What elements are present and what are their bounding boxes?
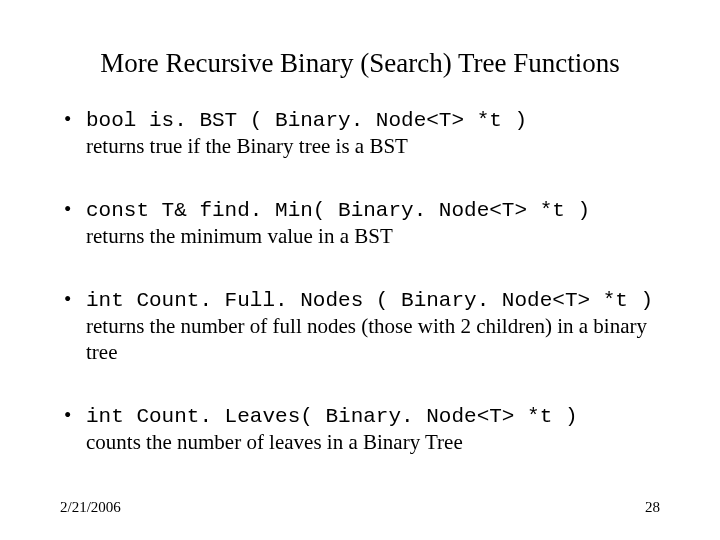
bullet-list: bool is. BST ( Binary. Node<T> *t ) retu… xyxy=(60,107,660,455)
slide: More Recursive Binary (Search) Tree Func… xyxy=(0,0,720,540)
slide-footer: 2/21/2006 28 xyxy=(60,499,660,516)
description-text: counts the number of leaves in a Binary … xyxy=(86,430,660,456)
description-text: returns true if the Binary tree is a BST xyxy=(86,134,660,160)
list-item: const T& find. Min( Binary. Node<T> *t )… xyxy=(64,197,660,249)
code-signature: int Count. Leaves( Binary. Node<T> *t ) xyxy=(86,405,577,428)
list-item: bool is. BST ( Binary. Node<T> *t ) retu… xyxy=(64,107,660,159)
code-signature: int Count. Full. Nodes ( Binary. Node<T>… xyxy=(86,289,653,312)
code-signature: const T& find. Min( Binary. Node<T> *t ) xyxy=(86,199,590,222)
list-item: int Count. Leaves( Binary. Node<T> *t ) … xyxy=(64,403,660,455)
footer-date: 2/21/2006 xyxy=(60,499,121,516)
code-signature: bool is. BST ( Binary. Node<T> *t ) xyxy=(86,109,527,132)
list-item: int Count. Full. Nodes ( Binary. Node<T>… xyxy=(64,287,660,365)
footer-page-number: 28 xyxy=(645,499,660,516)
description-text: returns the number of full nodes (those … xyxy=(86,314,660,365)
description-text: returns the minimum value in a BST xyxy=(86,224,660,250)
slide-title: More Recursive Binary (Search) Tree Func… xyxy=(60,48,660,79)
